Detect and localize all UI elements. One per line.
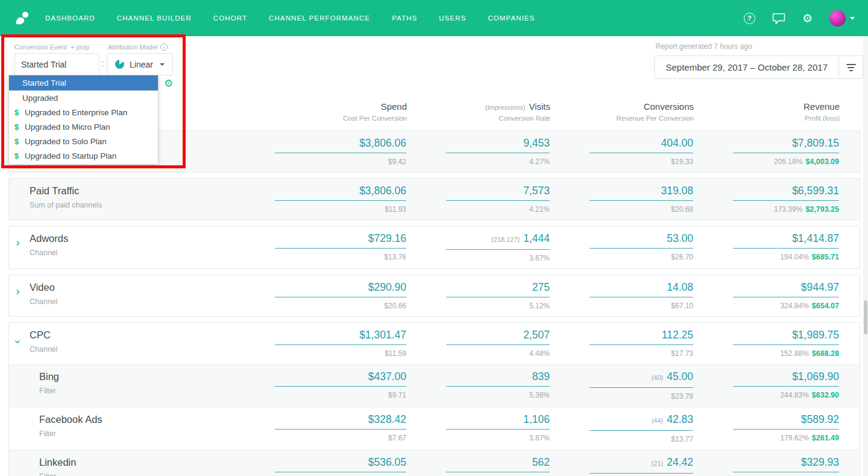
conversion-event-input[interactable] (14, 53, 99, 75)
table-card: ›CPCChannel$1,301.47$11.592,5074.48%112.… (8, 322, 860, 476)
metric-sub: 173.39%$2,793.25 (733, 201, 839, 214)
nav-items: DASHBOARDCHANNEL BUILDERCOHORTCHANNEL PE… (45, 14, 535, 22)
conversions-cell: (44)42.83$13.77 (590, 413, 693, 443)
metric-value: $1,069.90 (733, 370, 839, 387)
metric-main: 404.00 (661, 137, 693, 149)
row-name-cell: Paid TrafficSum of paid channels (9, 185, 275, 214)
nav-item-dashboard[interactable]: DASHBOARD (45, 14, 95, 22)
metric-value: $329.93 (733, 456, 839, 472)
dropdown-option[interactable]: $Upgraded to Startup Plan (9, 148, 158, 163)
metric-value: $1,301.47 (275, 329, 406, 345)
dropdown-option[interactable]: $Upgraded to Enterprise Plan (9, 105, 158, 119)
column-header: SpendCost Per Conversion (275, 101, 407, 122)
metric-value: (40)45.00 (590, 370, 693, 388)
avatar[interactable] (829, 10, 846, 27)
metric-main: 24.42 (667, 456, 693, 468)
table-row: Paid TrafficSum of paid channels$3,806.0… (9, 179, 860, 220)
settings-gear-icon[interactable]: ⚙ (164, 78, 173, 89)
profit-pct: 194.04% (780, 253, 808, 261)
metric-value: 14.08 (590, 281, 693, 297)
dropdown-option[interactable]: $Upgraded to Micro Plan (9, 119, 158, 134)
attribution-model-select[interactable]: Linear (107, 53, 173, 75)
attribution-model-label-text: Attribution Model (108, 43, 158, 51)
column-header-label: Conversions (644, 101, 694, 112)
metric-value: 9,453 (446, 137, 550, 153)
profit-pct: 173.39% (774, 205, 802, 214)
dropdown-option[interactable]: Started Trial (9, 75, 158, 90)
metric-main: $328.42 (368, 413, 406, 425)
top-nav: DASHBOARDCHANNEL BUILDERCOHORTCHANNEL PE… (0, 0, 868, 36)
info-icon[interactable]: i (160, 43, 168, 51)
chat-icon[interactable] (772, 13, 785, 24)
metric-sub: $20.66 (275, 297, 406, 310)
profit-pct: 152.88% (780, 349, 808, 358)
row-name: CPC (30, 329, 275, 341)
metric-prefix: (21) (652, 460, 664, 467)
metric-main: 53.00 (667, 232, 693, 244)
row-type-label: Channel (30, 297, 275, 306)
revenue-cell: $944.97324.84%$654.07 (733, 281, 839, 310)
profit-value: $2,793.25 (805, 205, 839, 214)
expand-icon[interactable]: › (16, 237, 20, 249)
dropdown-option[interactable]: $Upgraded to Solo Plan (9, 134, 158, 148)
column-header-main: Spend (275, 101, 407, 112)
conversions-cell: 319.08$20.68 (590, 185, 693, 214)
visits-cell: 8395.36% (446, 370, 550, 401)
metric-sub: $13.76 (275, 249, 406, 261)
conversions-cell: (40)45.00$23.78 (590, 370, 693, 401)
spend-cell: $290.90$20.66 (275, 281, 406, 310)
expand-icon[interactable]: › (16, 286, 20, 297)
metric-sub: 152.88%$688.28 (733, 345, 839, 358)
conversion-event-dropdown: Started TrialUpgraded$Upgraded to Enterp… (8, 75, 159, 165)
metric-main: 1,106 (523, 413, 550, 425)
collapse-icon[interactable]: › (12, 340, 24, 344)
filter-sort-icon[interactable] (838, 56, 863, 78)
nav-item-cohort[interactable]: COHORT (213, 14, 247, 22)
conversion-event-label: Conversion Event + prop (14, 43, 89, 51)
row-name: Linkedin (39, 456, 275, 468)
metric-main: $1,989.75 (792, 329, 839, 341)
nav-item-companies[interactable]: COMPANIES (488, 14, 535, 22)
visits-cell: 7,5734.21% (446, 185, 550, 214)
help-icon[interactable]: ? (744, 13, 755, 24)
attribution-model-value: Linear (130, 60, 153, 69)
metric-value: 112.25 (590, 329, 693, 345)
scrollbar-thumb[interactable] (864, 300, 867, 334)
profit-pct: 324.84% (780, 302, 808, 310)
nav-item-channel-performance[interactable]: CHANNEL PERFORMANCE (269, 14, 370, 22)
gear-icon[interactable]: ⚙ (802, 13, 813, 24)
row-name-cell: BingFilter (9, 370, 275, 401)
metric-main: $1,301.47 (359, 329, 406, 341)
dropdown-option[interactable]: Upgraded (9, 90, 158, 105)
nav-item-channel-builder[interactable]: CHANNEL BUILDER (117, 14, 192, 22)
spend-cell: $3,806.06$11.93 (275, 185, 406, 214)
metric-value: 404.00 (590, 137, 693, 153)
add-prop-link[interactable]: + prop (71, 43, 90, 51)
app-logo[interactable] (13, 10, 30, 27)
column-header-sub: Profit (loss) (734, 115, 840, 122)
profit-pct: 244.83% (780, 391, 808, 399)
row-name: Bing (39, 370, 275, 382)
nav-item-paths[interactable]: PATHS (392, 14, 417, 22)
row-name-cell: LinkedinFilter (9, 456, 275, 476)
conversions-cell: (21)24.42$13.51 (590, 456, 693, 476)
metric-value: (218,127)1,444 (446, 232, 550, 250)
metric-value: $1,989.75 (733, 329, 839, 345)
date-range-box: September 29, 2017 – October 28, 2017 (654, 56, 863, 79)
row-name: Adwords (30, 232, 275, 244)
metric-value: 2,507 (446, 329, 550, 345)
visits-cell: 2,5074.48% (446, 329, 550, 358)
metric-sub: 324.84%$654.07 (733, 297, 839, 310)
scrollbar-track[interactable] (863, 36, 868, 476)
metric-value: $290.90 (275, 281, 406, 297)
nav-item-users[interactable]: USERS (439, 14, 466, 22)
column-header: ConversionsRevenue Per Conversion (590, 101, 694, 122)
metric-sub: $23.78 (590, 388, 693, 401)
account-menu[interactable] (829, 10, 855, 27)
metric-sub: $20.68 (590, 201, 693, 214)
date-range-value[interactable]: September 29, 2017 – October 28, 2017 (655, 56, 838, 78)
metric-value: 53.00 (590, 232, 693, 249)
metric-main: 9,453 (523, 137, 550, 149)
metric-sub: $26.70 (590, 249, 693, 261)
metric-value: 562 (446, 456, 550, 472)
